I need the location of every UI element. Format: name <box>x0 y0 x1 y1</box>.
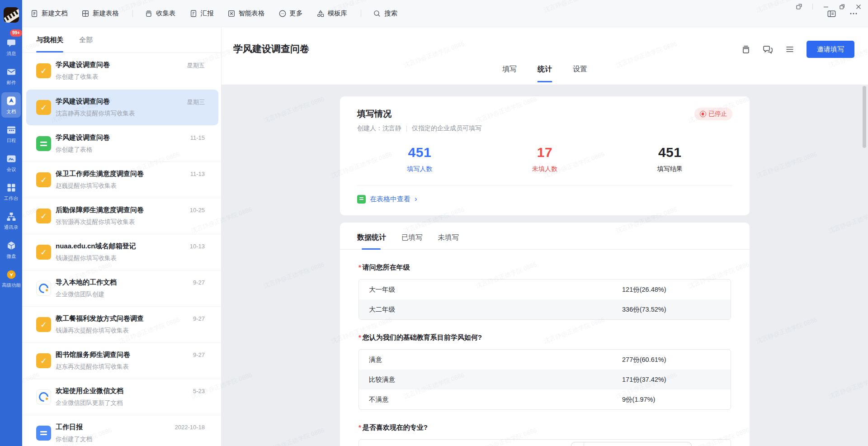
search-icon <box>373 9 381 18</box>
rail-item-docs[interactable]: 文档 <box>0 90 22 119</box>
sheet-icon <box>357 195 366 204</box>
answer-table: 满意 277份(60.61%) 比较满意 171份(37.42%) 不满意 9份… <box>359 349 731 410</box>
collect-form-icon <box>36 63 51 78</box>
view-in-sheet-link[interactable]: 在表格中查看 › <box>357 195 417 204</box>
rail-item-drive[interactable]: 微盘 <box>0 235 22 264</box>
template-library-button[interactable]: 模板库 <box>316 9 348 18</box>
page-title: 学风建设调查问卷 <box>233 43 309 55</box>
collect-form-icon <box>36 353 51 368</box>
stat-filled-count[interactable]: 451 填写人数 <box>357 145 482 173</box>
stat-unfilled-count[interactable]: 17 未填人数 <box>482 145 608 173</box>
top-toolbar: 新建文档 新建表格 收集表 汇报 智能表格 更多 模板库 搜索 <box>22 0 868 27</box>
avatar[interactable] <box>4 7 19 23</box>
tab-all[interactable]: 全部 <box>79 27 93 52</box>
tab-fill[interactable]: 填写 <box>502 65 517 85</box>
required-mark: * <box>359 333 361 341</box>
creator-line: 创建人： 沈言静 仅指定的企业成员可填写 <box>357 124 732 133</box>
view-tabs: 填写 统计 设置 <box>222 65 868 85</box>
smart-sheet-button[interactable]: 智能表格 <box>227 9 265 18</box>
floating-scrollbar[interactable] <box>571 442 692 446</box>
divider <box>357 185 732 185</box>
document-list: 学风建设调查问卷 你创建了收集表 星期五 学风建设调查问卷 沈言静再次提醒你填写… <box>22 53 221 446</box>
rail-item-advanced[interactable]: 高级功能 <box>0 264 22 293</box>
stats-row: 451 填写人数 17 未填人数 451 填写结果 <box>357 145 732 173</box>
window-more-icon[interactable] <box>849 9 858 18</box>
list-item[interactable]: 保卫工作师生满意度调查问卷 赵巍提醒你填写收集表 11-13 <box>22 161 221 198</box>
org-contacts-icon <box>6 211 17 222</box>
tab-related-to-me[interactable]: 与我相关 <box>36 27 63 52</box>
more-circle-icon <box>278 9 287 18</box>
piano-avatar-image <box>4 7 19 23</box>
main-panel: 学风建设调查问卷 邀请填写 填写 统计 设置 填写情况 已停止 创建人： <box>222 27 868 446</box>
sheet-icon <box>36 136 51 151</box>
rail-item-workbench[interactable]: 工作台 <box>0 177 22 206</box>
collect-form-icon <box>36 245 51 260</box>
tab-settings[interactable]: 设置 <box>573 65 587 85</box>
restore-icon[interactable] <box>839 4 845 10</box>
table-row: 大二年级 336份(73.52%) <box>359 299 731 319</box>
report-button[interactable]: 汇报 <box>189 9 214 18</box>
data-statistics-card: 数据统计 已填写 未填写 *请问您所在年级 大一年级 121份(26.48%) … <box>340 223 750 446</box>
tab-data-statistics[interactable]: 数据统计 <box>357 233 386 249</box>
table-row: 满意 277份(60.61%) <box>359 350 731 370</box>
collect-form-icon <box>36 209 51 223</box>
toolbar-divider <box>132 10 133 17</box>
tab-unfilled[interactable]: 未填写 <box>438 233 459 249</box>
meeting-icon <box>6 153 17 164</box>
minimize-icon[interactable] <box>823 4 829 10</box>
controls-divider <box>812 4 813 9</box>
list-item[interactable]: 学风建设调查问卷 你创建了收集表 星期五 <box>22 53 221 89</box>
vertical-scrollbar-thumb[interactable] <box>863 86 866 148</box>
collect-form-icon <box>36 172 51 187</box>
chat-bubble-icon <box>6 38 17 48</box>
rail-item-contacts[interactable]: 通讯录 <box>0 206 22 235</box>
document-header: 学风建设调查问卷 邀请填写 填写 统计 设置 <box>222 27 868 85</box>
chevron-right-icon: › <box>415 195 417 203</box>
new-sheet-icon <box>81 9 90 18</box>
content-area: 填写情况 已停止 创建人： 沈言静 仅指定的企业成员可填写 451 填写人数 1… <box>222 85 868 446</box>
answer-table: 大一年级 121份(26.48%) 大二年级 336份(73.52%) <box>359 279 731 320</box>
list-item[interactable]: 导入本地的工作文档 企业微信团队创建 9-27 <box>22 270 221 306</box>
permission-text: 仅指定的企业成员可填写 <box>412 124 481 133</box>
rail-item-mail[interactable]: 邮件 <box>0 62 22 90</box>
list-item[interactable]: 学风建设调查问卷 你创建了表格 11-15 <box>22 125 221 161</box>
docs-icon <box>6 95 17 106</box>
rail-item-calendar[interactable]: 日程 <box>0 119 22 148</box>
window-controls <box>796 3 862 10</box>
envelope-icon <box>6 66 17 77</box>
menu-icon[interactable] <box>785 44 795 54</box>
rail-item-meeting[interactable]: 会议 <box>0 148 22 177</box>
collect-form-icon <box>36 317 51 332</box>
tab-statistics[interactable]: 统计 <box>538 65 552 85</box>
table-row: 比较满意 171份(37.42%) <box>359 370 731 389</box>
stopped-icon <box>700 111 706 117</box>
more-button[interactable]: 更多 <box>278 9 303 18</box>
comments-icon[interactable] <box>763 44 773 55</box>
new-doc-button[interactable]: 新建文档 <box>30 9 68 18</box>
list-item[interactable]: nuaa.edu.cn域名邮箱登记 钱谦提醒你填写收集表 10-13 <box>22 234 221 270</box>
required-mark: * <box>359 263 361 271</box>
new-sheet-button[interactable]: 新建表格 <box>81 9 119 18</box>
question-block: *您认为我们的基础教育系目前学风如何? 满意 277份(60.61%) 比较满意… <box>340 333 750 410</box>
list-item[interactable]: 工作日报 你创建了文档 2022-10-18 <box>22 415 221 446</box>
collect-form-button[interactable]: 收集表 <box>145 9 176 18</box>
new-doc-icon <box>30 9 38 18</box>
stat-fill-results[interactable]: 451 填写结果 <box>607 145 732 173</box>
list-item[interactable]: 教工餐福利发放方式问卷调查 钱谦再次提醒你填写收集表 9-27 <box>22 306 221 342</box>
search-button[interactable]: 搜索 <box>373 9 397 18</box>
collect-box-icon[interactable] <box>741 44 751 54</box>
close-icon[interactable] <box>855 4 862 10</box>
list-item[interactable]: 欢迎使用企业微信文档 企业微信团队更新了文档 5-23 <box>22 379 221 415</box>
invite-fill-button[interactable]: 邀请填写 <box>807 41 854 58</box>
creator-name: 沈言静 <box>382 124 401 133</box>
rail-item-messages[interactable]: 99+ 消息 <box>0 33 22 62</box>
tab-filled[interactable]: 已填写 <box>401 233 423 249</box>
question-block: *请问您所在年级 大一年级 121份(26.48%) 大二年级 336份(73.… <box>340 263 750 320</box>
list-item[interactable]: 图书馆服务师生调查问卷 赵东再次提醒你填写收集表 9-27 <box>22 342 221 379</box>
list-item[interactable]: 后勤保障师生满意度调查问卷 张智灏再次提醒你填写收集表 10-25 <box>22 198 221 234</box>
sidebar-layout-toggle-icon[interactable] <box>827 9 836 19</box>
card-title: 填写情况 <box>357 108 392 120</box>
list-item-selected[interactable]: 学风建设调查问卷 沈言静再次提醒你填写收集表 星期三 <box>22 89 221 125</box>
popout-icon[interactable] <box>796 3 802 10</box>
list-tabs: 与我相关 全部 <box>22 27 221 53</box>
